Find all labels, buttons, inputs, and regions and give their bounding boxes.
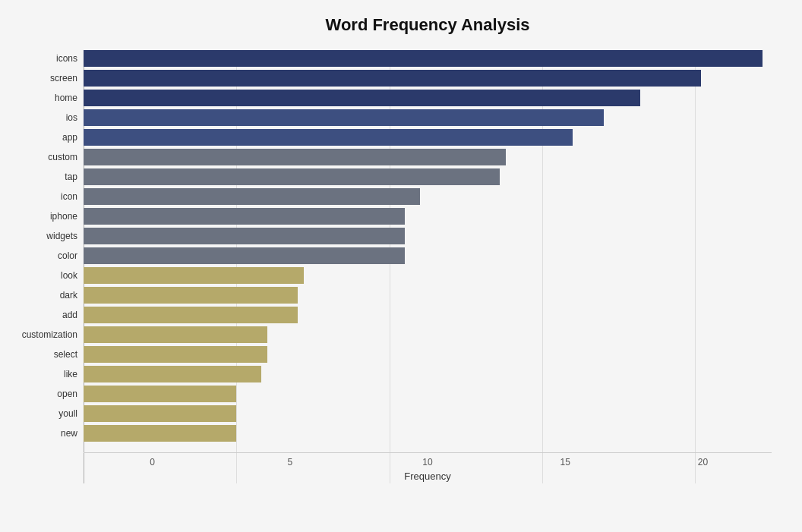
- bar-row: iphone: [84, 208, 772, 225]
- bar-label: icons: [5, 50, 77, 67]
- bar-fill: [84, 326, 267, 343]
- bar-row: home: [84, 90, 772, 106]
- bar-fill: [84, 188, 420, 205]
- bar-label: youll: [5, 405, 77, 422]
- x-tick: 20: [634, 457, 772, 467]
- chart-title: Word Frequency Analysis: [84, 15, 772, 35]
- bar-row: youll: [84, 405, 772, 422]
- bar-label: open: [5, 386, 77, 402]
- bar-row: color: [84, 247, 772, 264]
- bar-label: custom: [5, 149, 77, 165]
- bar-row: add: [84, 307, 772, 323]
- bars-area: iconsscreenhomeiosappcustomtapiconiphone…: [84, 50, 772, 449]
- bar-label: customization: [5, 326, 77, 343]
- bar-row: new: [84, 425, 772, 442]
- bar-label: tap: [5, 168, 77, 185]
- bar-row: dark: [84, 287, 772, 304]
- bar-fill: [84, 425, 236, 442]
- bar-label: ios: [5, 109, 77, 126]
- bar-row: tap: [84, 168, 772, 185]
- bar-fill: [84, 366, 261, 382]
- bar-fill: [84, 247, 405, 264]
- bar-label: home: [5, 90, 77, 106]
- x-tick: 10: [358, 457, 496, 467]
- bar-fill: [84, 109, 604, 126]
- bar-row: ios: [84, 109, 772, 126]
- bar-label: add: [5, 307, 77, 323]
- chart-container: Word Frequency Analysis iconsscreenhomei…: [0, 0, 802, 532]
- bar-row: icon: [84, 188, 772, 205]
- bar-label: app: [5, 129, 77, 146]
- bar-fill: [84, 405, 236, 422]
- bar-fill: [84, 267, 304, 284]
- x-tick: 15: [497, 457, 634, 467]
- bar-label: look: [5, 267, 77, 284]
- bar-label: like: [5, 366, 77, 382]
- bar-row: icons: [84, 50, 772, 67]
- x-tick: 0: [84, 457, 221, 467]
- bar-label: iphone: [5, 208, 77, 225]
- bar-label: icon: [5, 188, 77, 205]
- bar-row: select: [84, 346, 772, 363]
- bar-row: screen: [84, 70, 772, 87]
- x-axis-label: Frequency: [84, 471, 772, 482]
- bar-row: like: [84, 366, 772, 382]
- bar-label: select: [5, 346, 77, 363]
- bar-label: screen: [5, 70, 77, 87]
- bar-label: dark: [5, 287, 77, 304]
- bar-fill: [84, 168, 500, 185]
- bar-fill: [84, 50, 763, 67]
- bar-label: widgets: [5, 228, 77, 244]
- bar-label: color: [5, 247, 77, 264]
- bar-row: custom: [84, 149, 772, 165]
- bar-row: widgets: [84, 228, 772, 244]
- bar-fill: [84, 307, 298, 323]
- bar-label: new: [5, 425, 77, 442]
- bar-fill: [84, 228, 405, 244]
- bar-fill: [84, 287, 298, 304]
- bar-fill: [84, 208, 405, 225]
- bar-row: customization: [84, 326, 772, 343]
- bar-fill: [84, 70, 701, 87]
- bar-row: open: [84, 386, 772, 402]
- x-tick: 5: [221, 457, 358, 467]
- bar-fill: [84, 149, 506, 165]
- bar-fill: [84, 129, 573, 146]
- bar-fill: [84, 346, 267, 363]
- bar-fill: [84, 386, 236, 402]
- bar-row: app: [84, 129, 772, 146]
- bar-row: look: [84, 267, 772, 284]
- bar-fill: [84, 90, 640, 106]
